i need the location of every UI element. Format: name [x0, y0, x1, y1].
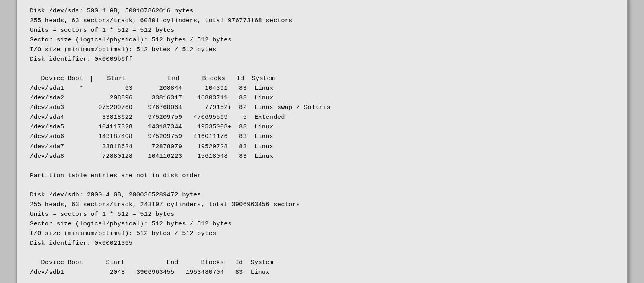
sda-identifier: Disk identifier: 0x0009b6ff: [30, 56, 132, 63]
sda-partition-1: /dev/sda1 * 63 208844 104391 83 Linux: [30, 85, 273, 92]
sda-units: Units = sectors of 1 * 512 = 512 bytes: [30, 27, 174, 34]
sda-partition-7: /dev/sda7 33818624 72878079 19529728 83 …: [30, 143, 273, 150]
sda-partition-5: /dev/sda5 104117328 143187344 19535008+ …: [30, 123, 273, 130]
sda-warning: Partition table entries are not in disk …: [30, 172, 201, 179]
sdb-col-header: Device Boot Start End Blocks Id System: [30, 259, 273, 266]
sda-col-header: Device Boot Start End Blocks Id System: [30, 75, 275, 82]
sda-header: Disk /dev/sda: 500.1 GB, 500107862016 by…: [30, 7, 194, 14]
sda-io-size: I/O size (minimum/optimal): 512 bytes / …: [30, 46, 216, 53]
sdb-heads: 255 heads, 63 sectors/track, 243197 cyli…: [30, 201, 300, 208]
terminal-window: Disk /dev/sda: 500.1 GB, 500107862016 by…: [16, 0, 628, 283]
sda-heads: 255 heads, 63 sectors/track, 60801 cylin…: [30, 17, 293, 24]
sda-sector-size: Sector size (logical/physical): 512 byte…: [30, 36, 231, 43]
sdb-units: Units = sectors of 1 * 512 = 512 bytes: [30, 211, 174, 218]
sdb-partition-1: /dev/sdb1 2048 3906963455 1953480704 83 …: [30, 269, 270, 276]
terminal-content: Disk /dev/sda: 500.1 GB, 500107862016 by…: [30, 6, 614, 277]
sdb-identifier: Disk identifier: 0x00021365: [30, 240, 132, 247]
sda-partition-4: /dev/sda4 33818622 975209759 470695569 5…: [30, 114, 285, 121]
sda-partition-2: /dev/sda2 208896 33816317 16803711 83 Li…: [30, 94, 273, 101]
sdb-sector-size: Sector size (logical/physical): 512 byte…: [30, 220, 231, 227]
sdb-io-size: I/O size (minimum/optimal): 512 bytes / …: [30, 230, 216, 237]
sdb-header: Disk /dev/sdb: 2000.4 GB, 2000365289472 …: [30, 191, 201, 198]
sda-partition-8: /dev/sda8 72880128 104116223 15618048 83…: [30, 153, 273, 160]
sda-partition-6: /dev/sda6 143187408 975209759 416011176 …: [30, 133, 273, 140]
sda-partition-3: /dev/sda3 975209760 976768064 779152+ 82…: [30, 104, 330, 111]
